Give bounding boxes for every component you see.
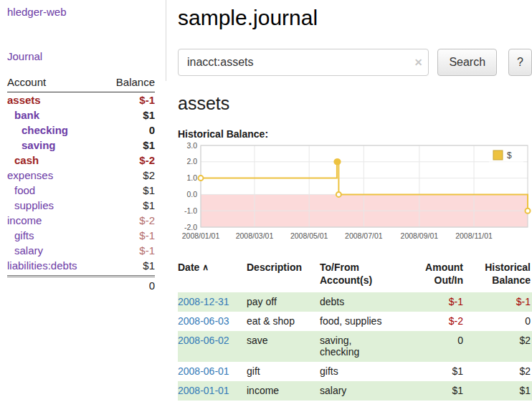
search-input[interactable] [178,49,429,76]
register-header-row: Date ∧ Description To/From Account(s) Am… [178,262,532,292]
chart-title: Historical Balance: [178,128,532,140]
account-link[interactable]: liabilities:debts [7,259,77,272]
transaction-date-cell: 2008-06-03 [178,312,247,331]
transaction-balance-cell: $1 [469,381,532,401]
transaction-accounts-cell: debts [320,292,412,312]
account-balance: $1 [143,139,155,151]
account-balance: $-2 [139,214,155,226]
transaction-date-link[interactable]: 2008-12-31 [178,296,229,307]
search-button[interactable]: Search [437,49,497,76]
transaction-accounts-cell: salary [320,381,412,401]
register-row: 2008-06-01giftgifts$1$2 [178,362,532,381]
brand-link[interactable]: hledger-web [7,6,67,18]
account-row: food$1 [7,183,155,198]
transaction-accounts-cell: food, supplies [320,312,412,331]
transaction-description-cell: gift [247,362,320,381]
account-link[interactable]: bank [7,109,39,121]
register-table: Date ∧ Description To/From Account(s) Am… [178,262,532,401]
register-header-date[interactable]: Date ∧ [178,262,247,292]
transaction-date-link[interactable]: 2008-06-03 [178,315,229,327]
account-link[interactable]: food [7,184,35,196]
account-balance: $-2 [139,154,155,166]
transaction-date-link[interactable]: 2008-06-01 [178,365,229,377]
clear-search-icon[interactable]: ✕ [414,57,423,68]
transaction-date-cell: 2008-06-01 [178,362,247,381]
accounts-total-value: 0 [149,279,155,292]
account-link[interactable]: supplies [7,199,54,211]
accounts-total-row: 0 [7,275,155,294]
account-link[interactable]: salary [7,244,43,257]
account-balance: $1 [143,109,155,121]
transaction-amount-cell: $1 [412,362,469,381]
svg-text:-2.0: -2.0 [184,223,197,231]
svg-text:1.0: 1.0 [186,173,197,182]
transaction-amount-cell: $-1 [412,292,469,312]
account-row: income$-2 [7,213,155,228]
svg-text:2008/09/01: 2008/09/01 [401,231,439,240]
transaction-amount-cell: 0 [412,331,469,363]
register-header-description: Description [247,262,320,292]
transaction-balance-cell: $-1 [469,292,532,312]
transaction-accounts-cell: gifts [320,362,412,381]
account-balance: $1 [143,259,155,272]
transaction-description-cell: pay off [247,292,320,312]
transaction-date-link[interactable]: 2008-06-02 [178,335,229,346]
transaction-date-cell: 2008-12-31 [178,292,247,312]
account-row: gifts$-1 [7,228,155,243]
sidebar: hledger-web Journal Account Balance asse… [0,0,166,294]
date-header-label: Date [178,262,199,273]
transaction-description-cell: income [247,381,320,401]
account-link[interactable]: expenses [7,169,53,181]
transaction-date-cell: 2008-01-01 [178,381,247,401]
register-row: 2008-06-03eat & shopfood, supplies$-20 [178,312,532,331]
account-link[interactable]: gifts [7,229,34,241]
help-button[interactable]: ? [508,49,532,76]
balance-chart: 3.02.01.00.0-1.0-2.02008/01/012008/03/01… [178,143,532,244]
register-header-amount: Amount Out/In [412,262,469,292]
register-header-accounts: To/From Account(s) [320,262,412,292]
accounts-table-header: Account Balance [7,75,155,92]
account-balance: 0 [149,124,155,136]
svg-text:2008/11/01: 2008/11/01 [455,231,493,240]
svg-text:$: $ [507,150,512,160]
transaction-accounts-cell: saving, checking [320,331,412,363]
account-link[interactable]: saving [7,139,56,151]
transaction-date-link[interactable]: 2008-01-01 [178,385,229,396]
account-link[interactable]: assets [7,94,41,106]
svg-text:2008/05/01: 2008/05/01 [290,231,328,240]
register-header-balance: Historical Balance [469,262,532,292]
register-row: 2008-12-31pay offdebts$-1$-1 [178,292,532,312]
sort-asc-icon: ∧ [202,262,209,272]
search-box: ✕ [178,49,429,76]
register-row: 2008-06-02savesaving, checking0$2 [178,331,532,363]
account-link[interactable]: income [7,214,42,226]
svg-text:0.0: 0.0 [186,190,197,198]
account-balance: $-1 [139,229,155,241]
svg-text:2.0: 2.0 [186,157,197,166]
page-title: sample.journal [178,6,532,30]
sidebar-divider [166,0,166,81]
account-row: supplies$1 [7,198,155,213]
accounts-col-account: Account [7,76,46,88]
account-row: expenses$2 [7,168,155,183]
search-row: ✕ Search ? [178,49,532,76]
register-row: 2008-01-01incomesalary$1$1 [178,381,532,401]
svg-text:2008/07/01: 2008/07/01 [345,231,383,240]
account-link[interactable]: checking [7,124,68,136]
transaction-balance-cell: 0 [469,312,532,331]
transaction-description-cell: eat & shop [247,312,320,331]
account-balance: $2 [143,169,155,181]
sidebar-item-journal[interactable]: Journal [7,50,42,62]
account-balance: $-1 [139,94,155,106]
transaction-date-cell: 2008-06-02 [178,331,247,363]
accounts-table: Account Balance assets$-1bank$1checking0… [7,75,155,294]
accounts-col-balance: Balance [116,76,155,88]
account-row: saving$1 [7,138,155,153]
account-link[interactable]: cash [7,154,39,166]
svg-text:2008/01/01: 2008/01/01 [182,231,220,240]
sidebar-nav: Journal [7,50,155,63]
account-balance: $1 [143,184,155,196]
register-body: 2008-12-31pay offdebts$-1$-12008-06-03ea… [178,292,532,401]
svg-text:2008/03/01: 2008/03/01 [236,231,274,240]
account-row: cash$-2 [7,153,155,168]
